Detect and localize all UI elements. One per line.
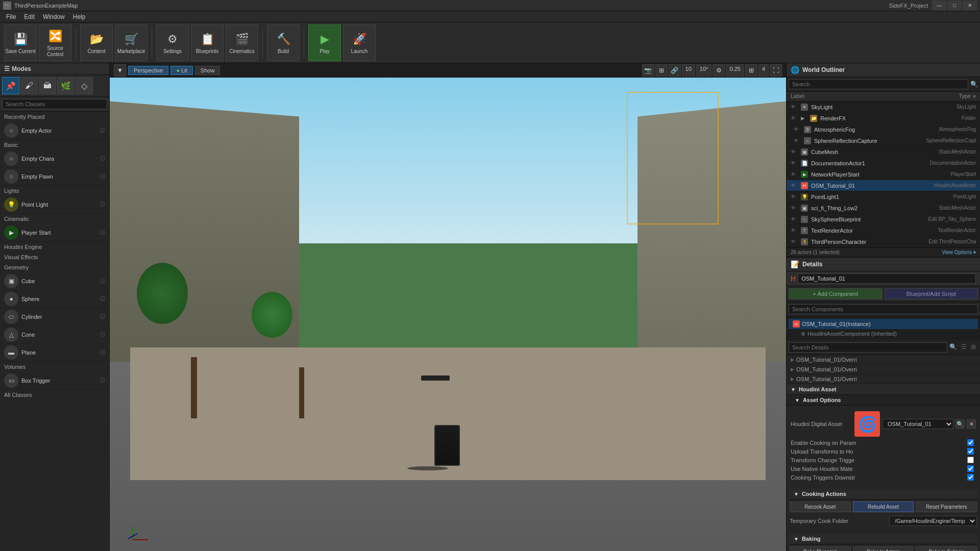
build-button[interactable]: 🔨 Build	[267, 24, 300, 61]
mode-foliage[interactable]: 🌿	[57, 77, 75, 94]
place-item-player-start[interactable]: ▶ Player Start ⓘ	[0, 224, 109, 242]
category-volumes[interactable]: Volumes	[0, 362, 109, 372]
ol-item-osm-tutorial[interactable]: 👁 H OSM_Tutorial_01 HoudiniAssetActor	[787, 180, 980, 191]
comp-item-osm-instance[interactable]: H OSM_Tutorial_01(Instance)	[789, 319, 978, 329]
bake-blueprint-button[interactable]: Bake Blueprint	[790, 546, 851, 551]
category-visual-effects[interactable]: Visual Effects	[0, 252, 109, 262]
details-name-input[interactable]	[798, 273, 976, 284]
place-item-cone[interactable]: △ Cone ⓘ	[0, 326, 109, 344]
vp-angle[interactable]: 10°	[696, 64, 712, 77]
recook-asset-button[interactable]: Recook Asset	[790, 502, 851, 512]
prop-override-1[interactable]: ▶ OSM_Tutorial_01/Overri	[787, 355, 980, 365]
category-cinematic[interactable]: Cinematic	[0, 214, 109, 224]
cooking-triggers-checkbox[interactable]	[967, 474, 974, 481]
vp-scale[interactable]: 0.25	[726, 64, 744, 77]
search-components-input[interactable]	[789, 304, 978, 314]
category-basic[interactable]: Basic	[0, 140, 109, 150]
vp-settings-icon[interactable]: ⚙	[713, 64, 725, 77]
sort-icon[interactable]: ▾	[973, 93, 976, 100]
temp-cook-dropdown[interactable]: /Game/HoudiniEngine/Temp	[889, 516, 977, 526]
ol-item-playerstart[interactable]: 👁 ▶ NetworkPlayerStart PlayerStart	[787, 169, 980, 180]
category-geometry[interactable]: Geometry	[0, 262, 109, 272]
view-options[interactable]: View Options ▾	[942, 249, 976, 255]
search-classes-input[interactable]	[2, 99, 107, 109]
vp-camera-icon[interactable]: 📷	[642, 64, 654, 77]
ol-item-spherereflection[interactable]: 👁 ○ SphereReflectionCapture SphereReflec…	[787, 135, 980, 146]
ol-item-skysphere[interactable]: 👁 ○ SkySphereBlueprint Edit BP_Sky_Spher…	[787, 214, 980, 225]
vp-views[interactable]: 4	[758, 64, 769, 77]
vp-snap-icon[interactable]: 🔗	[669, 64, 681, 77]
launch-button[interactable]: 🚀 Launch	[343, 24, 376, 61]
place-item-box-trigger[interactable]: ▭ Box Trigger ⓘ	[0, 372, 109, 390]
mode-geometry[interactable]: ◇	[76, 77, 93, 94]
prop-override-3[interactable]: ▶ OSM_Tutorial_01/Overri	[787, 374, 980, 384]
menu-help[interactable]: Help	[69, 12, 90, 21]
category-houdini-engine[interactable]: Houdini Engine	[0, 242, 109, 252]
list-view-icon[interactable]: ☰	[959, 342, 969, 353]
ol-item-pointlight[interactable]: 👁 💡 PointLight1 PointLight	[787, 191, 980, 203]
menu-edit[interactable]: Edit	[20, 12, 39, 21]
place-item-cube[interactable]: ▣ Cube ⓘ	[0, 272, 109, 290]
place-item-empty-actor[interactable]: ○ Empty Actor ⓘ	[0, 122, 109, 140]
mode-paint[interactable]: 🖌	[20, 77, 38, 94]
enable-cooking-checkbox[interactable]	[967, 439, 974, 446]
place-item-empty-chara[interactable]: ○ Empty Chara ⓘ	[0, 150, 109, 168]
comp-item-houdini-inherited[interactable]: ⚙ HoudiniAssetComponent (Inherited)	[789, 329, 978, 338]
baking-section-header[interactable]: ▼ Baking	[790, 534, 977, 544]
bake-foliage-button[interactable]: Bake to Foliage	[916, 546, 977, 551]
maximize-button[interactable]: □	[947, 1, 962, 11]
blueprint-add-script-button[interactable]: Blueprint/Add Script	[885, 288, 978, 299]
category-lights[interactable]: Lights	[0, 186, 109, 196]
ol-item-docactor[interactable]: 👁 📄 DocumentationActor1 DocumentationAct…	[787, 158, 980, 169]
ol-item-thirdperson[interactable]: 👁 🧍 ThirdPersonCharacter Edit ThirdPerso…	[787, 236, 980, 247]
vp-fov[interactable]: 10	[682, 64, 695, 77]
mode-place[interactable]: 📌	[2, 77, 19, 94]
vp-maximize-icon[interactable]: ⛶	[770, 64, 782, 77]
ol-item-cubemesh[interactable]: 👁 ▣ CubeMesh StaticMeshActor	[787, 146, 980, 158]
place-item-empty-pawn[interactable]: ○ Empty Pawn ⓘ	[0, 168, 109, 186]
marketplace-button[interactable]: 🛒 Marketplace	[115, 24, 148, 61]
place-item-point-light[interactable]: 💡 Point Light ⓘ	[0, 196, 109, 214]
vp-show-btn[interactable]: Show	[195, 66, 220, 75]
place-item-plane[interactable]: ▬ Plane ⓘ	[0, 344, 109, 362]
source-control-button[interactable]: 🔀 Source Control	[39, 24, 71, 61]
ol-item-renderfx[interactable]: 👁 ▶ 📁 RenderFX Folder	[787, 113, 980, 124]
use-native-houdini-checkbox[interactable]	[967, 465, 974, 472]
hda-search-btn[interactable]: 🔍	[955, 419, 965, 429]
place-item-sphere[interactable]: ● Sphere ⓘ	[0, 290, 109, 308]
transform-change-checkbox[interactable]	[967, 457, 974, 463]
ol-item-skylight[interactable]: 👁 ☀ SkyLight SkyLight	[787, 102, 980, 113]
hda-dropdown[interactable]: OSM_Tutorial_01	[882, 419, 953, 429]
place-item-cylinder[interactable]: ⬭ Cylinder ⓘ	[0, 308, 109, 326]
cooking-actions-header[interactable]: ▼ Cooking Actions	[790, 489, 977, 499]
category-recently-placed[interactable]: Recently Placed	[0, 112, 109, 122]
hda-clear-btn[interactable]: ✕	[967, 419, 976, 429]
vp-lit-btn[interactable]: ● Lit	[170, 66, 192, 75]
houdini-asset-section-header[interactable]: ▼ Houdini Asset	[787, 384, 980, 395]
prop-override-2[interactable]: ▶ OSM_Tutorial_01/Overri	[787, 365, 980, 374]
save-current-button[interactable]: 💾 Save Current	[4, 24, 37, 61]
category-all-classes[interactable]: All Classes	[0, 390, 109, 400]
outliner-search-input[interactable]	[789, 79, 968, 89]
vp-grid-icon[interactable]: ⊞	[655, 64, 668, 77]
vp-perspective-btn[interactable]: Perspective	[128, 66, 168, 75]
grid-view-icon[interactable]: ⊞	[969, 342, 978, 353]
reset-params-button[interactable]: Reset Parameters	[916, 502, 977, 512]
content-button[interactable]: 📂 Content	[80, 24, 113, 61]
upload-transforms-checkbox[interactable]	[967, 448, 974, 455]
rebuild-asset-button[interactable]: Rebuild Asset	[853, 502, 914, 512]
add-component-button[interactable]: + Add Component	[789, 288, 883, 299]
vp-views-icon[interactable]: ⊞	[745, 64, 757, 77]
play-button[interactable]: ▶ Play	[308, 24, 341, 61]
settings-button[interactable]: ⚙ Settings	[156, 24, 189, 61]
menu-file[interactable]: File	[2, 12, 20, 21]
menu-window[interactable]: Window	[39, 12, 69, 21]
asset-options-section-header[interactable]: ▼ Asset Options	[787, 395, 980, 406]
minimize-button[interactable]: —	[932, 1, 946, 11]
ol-item-textrender[interactable]: 👁 T TextRenderActor TextRenderActor	[787, 225, 980, 236]
blueprints-button[interactable]: 📋 Blueprints	[191, 24, 224, 61]
viewport-scene[interactable]	[110, 78, 786, 551]
cinematics-button[interactable]: 🎬 Cinematics	[226, 24, 258, 61]
vp-menu-btn[interactable]: ▼	[114, 64, 126, 77]
ol-item-scifi[interactable]: 👁 ▣ sci_fi_Thing_Low2 StaticMeshActor	[787, 203, 980, 214]
